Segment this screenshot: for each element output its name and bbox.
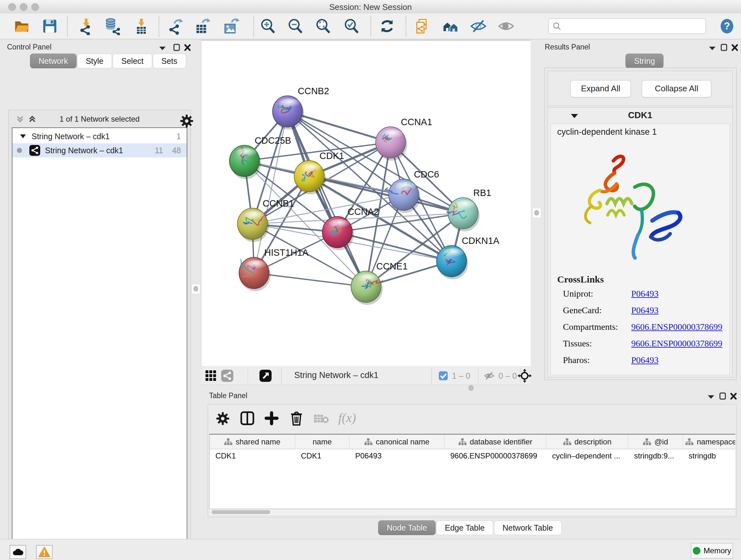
node-CCNA1[interactable]: CCNA1 bbox=[376, 117, 432, 161]
network-row-selected[interactable]: String Network – cdk1 11 48 bbox=[12, 143, 187, 158]
node-RB1[interactable]: RB1 bbox=[447, 188, 491, 232]
node-CDKN1A[interactable]: CDKN1A bbox=[436, 236, 499, 279]
export-table-button[interactable] bbox=[193, 17, 212, 36]
cell-namespace[interactable]: stringdb bbox=[683, 449, 735, 462]
left-splitter[interactable] bbox=[192, 284, 200, 294]
cell-canonical-name[interactable]: P06493 bbox=[349, 449, 445, 462]
cell-id[interactable]: stringdb:9... bbox=[628, 449, 683, 462]
crosslink-value-link[interactable]: 9606.ENSP00000378699 bbox=[631, 322, 722, 332]
column-header-database-identifier[interactable]: database identifier bbox=[445, 435, 546, 449]
collection-expand-icon[interactable] bbox=[19, 133, 26, 139]
collapse-all-button[interactable]: Collapse All bbox=[642, 80, 711, 98]
gene-section: CDK1 cyclin-dependent kinase 1 bbox=[548, 107, 733, 377]
create-column-plus-icon[interactable] bbox=[264, 411, 279, 426]
toolbar-separator bbox=[158, 16, 159, 37]
fit-content-crosshair-icon[interactable] bbox=[518, 369, 532, 383]
network-view-badge-icon[interactable] bbox=[221, 369, 233, 382]
control-panel-close-button[interactable] bbox=[184, 44, 192, 52]
export-image-button[interactable] bbox=[221, 17, 241, 36]
expand-all-button[interactable]: Expand All bbox=[570, 80, 631, 98]
import-network-button[interactable] bbox=[77, 17, 96, 36]
apply-layout-button[interactable] bbox=[378, 17, 397, 36]
crosslink-row: Pharos:P06493 bbox=[551, 355, 730, 369]
tab-string[interactable]: String bbox=[625, 54, 664, 68]
save-session-button[interactable] bbox=[40, 17, 59, 36]
zoom-out-button[interactable] bbox=[286, 17, 305, 36]
node-label-RB1: RB1 bbox=[473, 188, 491, 198]
zoom-in-button[interactable] bbox=[259, 17, 278, 36]
column-header-shared-name[interactable]: shared name bbox=[210, 435, 295, 449]
node-CCNE1[interactable]: CCNE1 bbox=[351, 261, 408, 305]
right-splitter[interactable] bbox=[532, 208, 541, 218]
cell-database-identifier[interactable]: 9606.ENSP00000378699 bbox=[445, 449, 546, 462]
selected-checkbox-icon[interactable] bbox=[439, 371, 448, 381]
search-input[interactable] bbox=[561, 21, 697, 31]
node-CCNB1[interactable]: CCNB1 bbox=[238, 198, 294, 242]
scrollbar-thumb[interactable] bbox=[212, 510, 270, 514]
edge-CCNB2-CCNE1[interactable] bbox=[287, 111, 366, 287]
results-panel-title: Results Panel bbox=[545, 43, 590, 51]
results-panel-float-button[interactable] bbox=[720, 44, 728, 52]
tab-select[interactable]: Select bbox=[113, 54, 152, 68]
column-header-id[interactable]: @id bbox=[628, 435, 683, 449]
tab-style[interactable]: Style bbox=[77, 54, 112, 68]
show-hidden-button[interactable] bbox=[496, 17, 516, 36]
show-all-button[interactable] bbox=[441, 17, 460, 36]
export-network-button[interactable] bbox=[166, 17, 185, 36]
column-header-name[interactable]: name bbox=[295, 435, 349, 449]
network-canvas[interactable]: CCNB2CCNA1CDC25BCDK1CDC6RB1CCNB1CCNA2CDK… bbox=[201, 41, 531, 367]
network-graph[interactable]: CCNB2CCNA1CDC25BCDK1CDC6RB1CCNB1CCNA2CDK… bbox=[201, 41, 531, 367]
column-header-canonical-name[interactable]: canonical name bbox=[349, 435, 445, 449]
memory-button[interactable]: Memory bbox=[691, 543, 733, 558]
birdseye-view-icon[interactable] bbox=[259, 369, 272, 382]
tab-node-table[interactable]: Node Table bbox=[378, 520, 435, 535]
results-panel-close-button[interactable] bbox=[731, 44, 739, 52]
edge-HIST1H1A-CCNE1[interactable] bbox=[254, 273, 366, 287]
node-HIST1H1A[interactable]: HIST1H1A bbox=[239, 247, 309, 291]
search-field[interactable] bbox=[548, 18, 706, 34]
crosslink-value-link[interactable]: 9606.ENSP00000378699 bbox=[631, 338, 722, 349]
delete-column-trash-icon[interactable] bbox=[289, 410, 304, 426]
cell-shared-name[interactable]: CDK1 bbox=[210, 449, 295, 462]
open-session-button[interactable] bbox=[12, 17, 31, 36]
import-table-button[interactable] bbox=[132, 17, 151, 36]
import-network-from-database-button[interactable] bbox=[103, 17, 122, 36]
crosslink-label: Compartments: bbox=[563, 322, 618, 332]
copy-style-button[interactable] bbox=[413, 17, 432, 36]
table-panel-menu-button[interactable] bbox=[707, 394, 715, 400]
zoom-selected-button[interactable] bbox=[342, 17, 361, 36]
help-icon: ? bbox=[718, 17, 736, 35]
control-panel-menu-button[interactable] bbox=[158, 45, 166, 51]
table-panel-float-button[interactable] bbox=[719, 392, 727, 400]
network-collection-row[interactable]: String Network – cdk1 1 bbox=[12, 129, 187, 143]
crosslink-value-link[interactable]: P06493 bbox=[631, 305, 659, 315]
results-panel-menu-button[interactable] bbox=[708, 45, 717, 51]
tab-edge-table[interactable]: Edge Table bbox=[436, 520, 493, 535]
node-CCNB2[interactable]: CCNB2 bbox=[273, 86, 329, 130]
grid-view-icon[interactable] bbox=[205, 370, 216, 381]
zoom-fit-button[interactable] bbox=[314, 17, 333, 36]
cell-description[interactable]: cyclin–dependent ... bbox=[546, 449, 628, 462]
tab-network-table[interactable]: Network Table bbox=[494, 520, 562, 535]
crosslink-value-link[interactable]: P06493 bbox=[631, 355, 659, 365]
network-selection-row: 1 of 1 Network selected bbox=[9, 113, 191, 125]
eye-slash-icon bbox=[469, 17, 488, 36]
column-header-description[interactable]: description bbox=[546, 435, 628, 449]
table-options-gear-icon[interactable] bbox=[216, 412, 230, 427]
cell-name[interactable]: CDK1 bbox=[295, 449, 349, 462]
help-button[interactable]: ? bbox=[718, 17, 737, 36]
node-table-container: f(x) shared namenamecanonical namedataba… bbox=[208, 404, 737, 517]
protein-structure-image bbox=[560, 142, 690, 270]
column-header-namespace[interactable]: namespace bbox=[683, 435, 735, 449]
cloud-status-button[interactable] bbox=[10, 545, 26, 559]
table-panel-close-button[interactable] bbox=[730, 392, 738, 400]
warnings-button[interactable] bbox=[36, 545, 53, 559]
crosslink-value-link[interactable]: P06493 bbox=[631, 289, 659, 299]
show-columns-icon[interactable] bbox=[240, 411, 255, 426]
node-CCNA2[interactable]: CCNA2 bbox=[322, 206, 379, 250]
table-horizontal-scrollbar[interactable] bbox=[209, 509, 736, 516]
tab-sets[interactable]: Sets bbox=[153, 54, 186, 68]
hide-selected-button[interactable] bbox=[469, 17, 488, 36]
tab-network[interactable]: Network bbox=[30, 54, 77, 68]
control-panel-float-button[interactable] bbox=[173, 44, 181, 52]
